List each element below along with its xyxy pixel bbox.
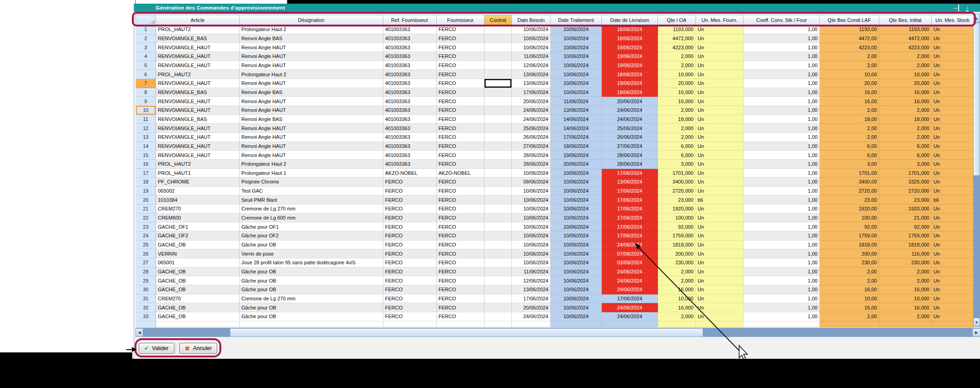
- cell-un_s[interactable]: Un: [932, 267, 974, 276]
- cell-designation[interactable]: Renvoi Angle BAS: [240, 88, 383, 97]
- cell-qte[interactable]: 100,000: [658, 213, 696, 222]
- cell-livraison[interactable]: 24/06/2024: [602, 303, 658, 312]
- cell-fourn[interactable]: FERCO: [437, 267, 485, 276]
- row-number[interactable]: 2: [136, 34, 156, 43]
- cell-ref[interactable]: 401003363: [383, 97, 437, 106]
- cell-coeff[interactable]: 1,00: [744, 204, 820, 214]
- cell-besoin[interactable]: 28/06/2024: [512, 151, 551, 160]
- cell-fourn[interactable]: FERCO: [437, 97, 485, 106]
- row-number[interactable]: 7: [136, 79, 156, 88]
- horizontal-scrollbar[interactable]: ◀ ▶: [136, 328, 980, 337]
- cell-ref[interactable]: FERCO: [383, 213, 437, 222]
- cell-article[interactable]: 065001: [156, 258, 240, 267]
- column-header-fourn[interactable]: Fournisseur: [437, 15, 485, 25]
- cell-designation[interactable]: Renvoi Angle HAUT: [240, 132, 383, 142]
- cell-contrat[interactable]: [485, 312, 512, 321]
- cell-contrat[interactable]: [485, 240, 512, 249]
- cell-qte_condi[interactable]: 1818,00: [820, 240, 879, 249]
- row-number[interactable]: 11: [136, 115, 156, 124]
- cell-coeff[interactable]: 1,00: [744, 258, 820, 267]
- cell-un_s[interactable]: Un: [932, 294, 974, 303]
- cell-contrat[interactable]: [485, 34, 512, 43]
- cell-qte[interactable]: 1920,000: [658, 204, 696, 214]
- cell-article[interactable]: RENVOIANGLE_HAUT: [156, 142, 240, 151]
- cell-fourn[interactable]: FERCO: [437, 249, 485, 258]
- cell-article[interactable]: 065002: [156, 186, 240, 195]
- cell-livraison[interactable]: 28/06/2024: [602, 159, 658, 168]
- cell-qte_init[interactable]: 16,000: [879, 285, 932, 294]
- cell-article[interactable]: PROL_HAUT1: [156, 168, 240, 178]
- cell-fourn[interactable]: FERCO: [437, 79, 485, 88]
- cell-besoin[interactable]: 13/06/2024: [512, 285, 551, 294]
- cell-qte_condi[interactable]: 2,00: [820, 312, 879, 321]
- cell-ref[interactable]: FERCO: [383, 222, 437, 231]
- cell-qte[interactable]: 3400,000: [658, 178, 696, 187]
- cell-contrat[interactable]: [485, 124, 512, 133]
- row-number[interactable]: 27: [136, 258, 156, 267]
- cell-coeff[interactable]: 1,00: [744, 52, 820, 61]
- cell-un_f[interactable]: Un: [696, 231, 744, 241]
- cell-ref[interactable]: 401003363: [383, 124, 437, 133]
- cell-livraison[interactable]: 17/06/2024: [602, 213, 658, 222]
- column-header-qte_condi[interactable]: Qte Bes Condi LAF: [820, 15, 879, 25]
- cell-contrat[interactable]: [485, 222, 512, 231]
- row-number[interactable]: 30: [136, 285, 156, 294]
- cell-trait[interactable]: 10/06/2024: [551, 249, 602, 258]
- cell-fourn[interactable]: FERCO: [437, 294, 485, 303]
- cell-ref[interactable]: FERCO: [383, 258, 437, 267]
- cell-ref[interactable]: FERCO: [383, 195, 437, 204]
- cell-un_f[interactable]: Un: [696, 186, 744, 195]
- cell-article[interactable]: GACHE_OB: [156, 312, 240, 321]
- cell-livraison[interactable]: 27/06/2024: [602, 142, 658, 151]
- cell-qte_init[interactable]: 2,000: [879, 312, 932, 321]
- cell-contrat[interactable]: [485, 97, 512, 106]
- cell-designation[interactable]: Renvoi Angle HAUT: [240, 124, 383, 133]
- cell-un_f[interactable]: Un: [696, 97, 744, 106]
- cell-trait[interactable]: 10/06/2024: [551, 276, 602, 285]
- cell-trait[interactable]: 10/06/2024: [551, 52, 602, 61]
- cell-designation[interactable]: Renvoi Angle HAUT: [240, 151, 383, 160]
- cell-qte_init[interactable]: 116,000: [879, 249, 932, 258]
- cell-un_f[interactable]: Un: [696, 142, 744, 151]
- cell-trait[interactable]: 10/06/2024: [551, 294, 602, 303]
- cell-besoin[interactable]: 10/06/2024: [512, 258, 551, 267]
- cell-besoin[interactable]: 10/06/2024: [512, 186, 551, 195]
- cell-contrat[interactable]: [485, 70, 512, 79]
- cell-designation[interactable]: Prolongateur Haut 2: [240, 25, 383, 34]
- cell-qte_init[interactable]: 6,000: [879, 142, 932, 151]
- cell-fourn[interactable]: FERCO: [437, 195, 485, 204]
- cell-ref[interactable]: 401003363: [383, 61, 437, 70]
- cell-contrat[interactable]: [485, 204, 512, 214]
- cell-un_f[interactable]: Un: [696, 43, 744, 52]
- cell-un_s[interactable]: Un: [932, 222, 974, 231]
- cell-un_s[interactable]: Un: [932, 240, 974, 249]
- valider-button[interactable]: ✔ Valider: [139, 343, 174, 354]
- cell-coeff[interactable]: 1,00: [744, 213, 820, 222]
- cell-besoin[interactable]: 13/06/2024: [512, 79, 551, 88]
- cell-qte_init[interactable]: 4472,000: [879, 34, 932, 43]
- cell-un_s[interactable]: Un: [932, 258, 974, 267]
- cell-coeff[interactable]: 1,00: [744, 276, 820, 285]
- cell-un_f[interactable]: Un: [696, 79, 744, 88]
- cell-livraison[interactable]: 24/06/2024: [602, 267, 658, 276]
- cell-qte_init[interactable]: 16,000: [879, 303, 932, 312]
- cell-article[interactable]: VERRIN: [156, 249, 240, 258]
- cell-livraison[interactable]: 19/06/2024: [602, 79, 658, 88]
- cell-besoin[interactable]: 24/06/2024: [512, 115, 551, 124]
- row-number[interactable]: 8: [136, 88, 156, 97]
- row-number[interactable]: 26: [136, 249, 156, 258]
- cell-coeff[interactable]: 1,00: [744, 142, 820, 151]
- cell-besoin[interactable]: 13/06/2024: [512, 70, 551, 79]
- cell-article[interactable]: 1010384: [156, 195, 240, 204]
- cell-trait[interactable]: 10/06/2024: [551, 88, 602, 97]
- cell-coeff[interactable]: 1,00: [744, 303, 820, 312]
- cell-qte_condi[interactable]: 92,00: [820, 222, 879, 231]
- cell-article[interactable]: GACHE_OB: [156, 267, 240, 276]
- cell-contrat[interactable]: [485, 195, 512, 204]
- cell-fourn[interactable]: FERCO: [437, 303, 485, 312]
- cell-article[interactable]: RENVOIANGLE_HAUT: [156, 132, 240, 142]
- cell-ref[interactable]: 401003363: [383, 79, 437, 88]
- cell-ref[interactable]: 401003363: [383, 151, 437, 160]
- cell-qte_init[interactable]: 6,000: [879, 151, 932, 160]
- cell-qte_condi[interactable]: 23,00: [820, 195, 879, 204]
